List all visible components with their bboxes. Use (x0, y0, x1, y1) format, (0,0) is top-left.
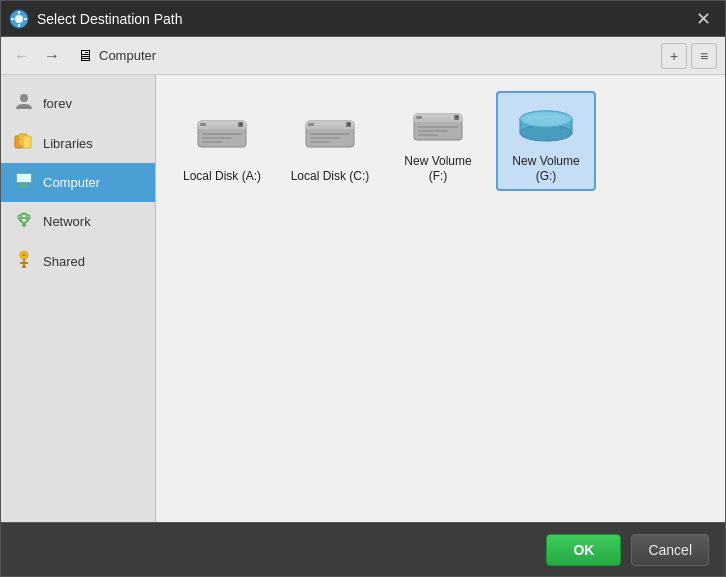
main-content: forev Libraries (1, 75, 725, 522)
user-icon (13, 91, 35, 116)
nav-bar: ← → 🖥 Computer + ≡ (1, 37, 725, 75)
sidebar-item-libraries-label: Libraries (43, 136, 93, 151)
sidebar: forev Libraries (1, 75, 156, 522)
sidebar-item-computer[interactable]: Computer (1, 163, 155, 202)
svg-rect-47 (416, 116, 422, 119)
file-area: Local Disk (A:) (156, 75, 725, 522)
nav-action-btns: + ≡ (661, 43, 717, 69)
computer-nav-icon: 🖥 (77, 47, 93, 65)
svg-point-54 (524, 113, 568, 125)
file-item-disk-a[interactable]: Local Disk (A:) (172, 91, 272, 191)
sidebar-item-network-label: Network (43, 214, 91, 229)
disk-c-label: Local Disk (C:) (291, 169, 370, 183)
sidebar-item-forev-label: forev (43, 96, 72, 111)
file-item-disk-c[interactable]: Local Disk (C:) (280, 91, 380, 191)
dialog-title: Select Destination Path (37, 11, 689, 27)
shared-icon (13, 249, 35, 274)
svg-rect-27 (202, 137, 232, 139)
sidebar-item-network[interactable]: Network (1, 202, 155, 241)
svg-rect-29 (200, 123, 206, 126)
view-toggle-button[interactable]: ≡ (691, 43, 717, 69)
disk-a-icon (194, 101, 250, 163)
dialog: Select Destination Path ✕ ← → 🖥 Computer… (0, 0, 726, 577)
svg-rect-44 (418, 126, 458, 128)
back-button[interactable]: ← (9, 43, 35, 69)
file-item-disk-g[interactable]: New Volume (G:) (496, 91, 596, 191)
svg-rect-11 (17, 174, 31, 182)
disk-g-label: New Volume (G:) (502, 154, 590, 183)
network-icon (13, 210, 35, 233)
disk-c-icon (302, 101, 358, 163)
svg-rect-28 (202, 141, 222, 143)
svg-rect-4 (11, 18, 14, 20)
svg-rect-36 (310, 137, 340, 139)
svg-rect-12 (20, 184, 28, 186)
svg-rect-9 (23, 136, 31, 148)
bottom-bar: OK Cancel (1, 522, 725, 576)
svg-rect-3 (18, 24, 20, 27)
svg-rect-5 (24, 18, 27, 20)
disk-f-icon (410, 101, 466, 148)
libraries-icon (13, 132, 35, 155)
disk-f-label: New Volume (F:) (394, 154, 482, 183)
sidebar-item-forev[interactable]: forev (1, 83, 155, 124)
svg-rect-35 (310, 133, 350, 135)
svg-rect-38 (308, 123, 314, 126)
svg-rect-13 (18, 186, 30, 188)
title-bar-icon (9, 9, 29, 29)
disk-a-label: Local Disk (A:) (183, 169, 261, 183)
nav-location-text: Computer (99, 48, 156, 63)
svg-rect-2 (18, 11, 20, 14)
close-button[interactable]: ✕ (689, 5, 717, 33)
sidebar-item-shared[interactable]: Shared (1, 241, 155, 282)
svg-rect-46 (418, 134, 438, 136)
svg-rect-26 (202, 133, 242, 135)
new-folder-button[interactable]: + (661, 43, 687, 69)
svg-point-6 (20, 94, 28, 102)
svg-point-19 (23, 254, 26, 257)
svg-point-40 (348, 122, 351, 125)
ok-button[interactable]: OK (546, 534, 621, 566)
svg-point-49 (456, 115, 459, 118)
svg-point-31 (240, 122, 243, 125)
sidebar-item-shared-label: Shared (43, 254, 85, 269)
title-bar: Select Destination Path ✕ (1, 1, 725, 37)
cancel-button[interactable]: Cancel (631, 534, 709, 566)
disk-g-icon (516, 101, 576, 148)
forward-button[interactable]: → (39, 43, 65, 69)
svg-rect-37 (310, 141, 330, 143)
computer-icon (13, 171, 35, 194)
sidebar-item-libraries[interactable]: Libraries (1, 124, 155, 163)
file-item-disk-f[interactable]: New Volume (F:) (388, 91, 488, 191)
svg-rect-17 (23, 223, 25, 226)
svg-rect-45 (418, 130, 448, 132)
svg-point-1 (15, 15, 23, 23)
sidebar-item-computer-label: Computer (43, 175, 100, 190)
nav-location: 🖥 Computer (69, 47, 657, 65)
